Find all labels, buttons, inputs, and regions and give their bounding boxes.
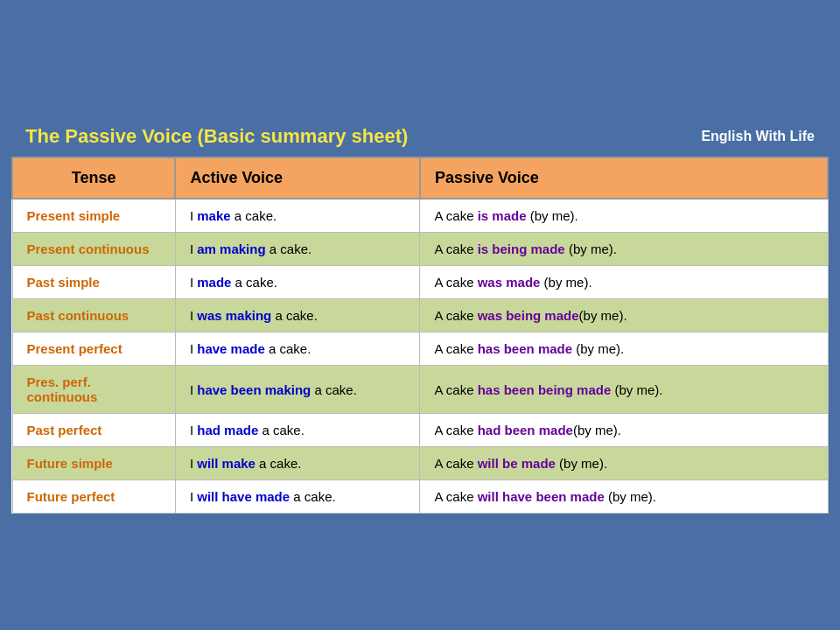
table-row: Past perfectI had made a cake.A cake had… <box>12 414 828 447</box>
table-row: Present continuousI am making a cake.A c… <box>12 233 828 266</box>
tense-cell: Past simple <box>12 266 175 299</box>
tense-cell: Past perfect <box>12 414 175 447</box>
brand-label: English With Life <box>701 129 815 144</box>
title-bar: The Passive Voice (Basic summary sheet) … <box>11 116 829 157</box>
passive-voice-cell: A cake will be made (by me). <box>420 447 828 480</box>
tense-cell: Pres. perf.continuous <box>12 366 175 414</box>
passive-voice-cell: A cake was made (by me). <box>420 266 828 299</box>
passive-voice-cell: A cake has been being made (by me). <box>420 366 828 414</box>
table-row: Future perfectI will have made a cake.A … <box>12 480 828 514</box>
main-container: The Passive Voice (Basic summary sheet) … <box>9 114 831 516</box>
tense-cell: Present continuous <box>12 233 175 266</box>
tense-cell: Present perfect <box>12 332 175 366</box>
active-voice-cell: I will have made a cake. <box>175 480 420 514</box>
active-voice-cell: I am making a cake. <box>175 233 420 266</box>
tense-cell: Present simple <box>12 199 175 233</box>
table-row: Future simpleI will make a cake.A cake w… <box>12 447 828 480</box>
tense-cell: Past continuous <box>12 299 175 332</box>
table-row: Present simpleI make a cake.A cake is ma… <box>12 199 828 233</box>
tense-cell: Future perfect <box>12 480 175 514</box>
table-header-row: Tense Active Voice Passive Voice <box>12 158 828 199</box>
passive-voice-cell: A cake is made (by me). <box>420 199 828 233</box>
passive-voice-cell: A cake will have been made (by me). <box>420 480 828 514</box>
passive-voice-cell: A cake was being made(by me). <box>420 299 828 332</box>
table-row: Present perfectI have made a cake.A cake… <box>12 332 828 366</box>
passive-voice-cell: A cake has been made (by me). <box>420 332 828 366</box>
active-voice-cell: I have been making a cake. <box>175 366 420 414</box>
header-tense: Tense <box>12 158 175 199</box>
passive-voice-cell: A cake is being made (by me). <box>420 233 828 266</box>
tense-cell: Future simple <box>12 447 175 480</box>
table-row: Past continuousI was making a cake.A cak… <box>12 299 828 332</box>
table-row: Pres. perf.continuousI have been making … <box>12 366 828 414</box>
table-row: Past simpleI made a cake.A cake was made… <box>12 266 828 299</box>
active-voice-cell: I make a cake. <box>175 199 420 233</box>
header-passive: Passive Voice <box>420 158 828 199</box>
page-title: The Passive Voice (Basic summary sheet) <box>25 125 408 148</box>
active-voice-cell: I will make a cake. <box>175 447 420 480</box>
grammar-table: Tense Active Voice Passive Voice Present… <box>11 157 829 514</box>
passive-voice-cell: A cake had been made(by me). <box>420 414 828 447</box>
active-voice-cell: I had made a cake. <box>175 414 420 447</box>
active-voice-cell: I made a cake. <box>175 266 420 299</box>
header-active: Active Voice <box>175 158 420 199</box>
active-voice-cell: I have made a cake. <box>175 332 420 366</box>
active-voice-cell: I was making a cake. <box>175 299 420 332</box>
